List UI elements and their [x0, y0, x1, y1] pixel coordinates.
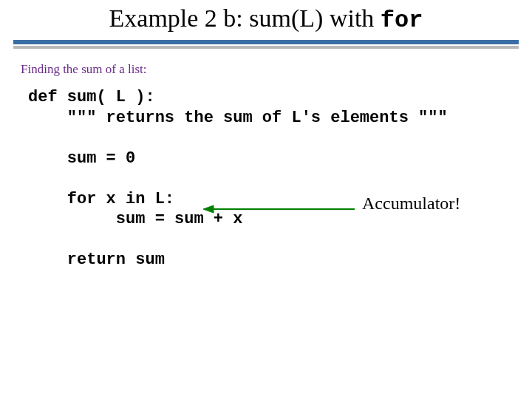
title-underline — [13, 40, 519, 49]
code-block: def sum( L ): """ returns the sum of L's… — [28, 87, 532, 270]
svg-marker-1 — [203, 205, 214, 213]
slide-title-wrap: Example 2 b: sum(L) with for — [0, 0, 532, 34]
title-mono: for — [381, 7, 423, 34]
arrow-icon — [203, 202, 355, 216]
title-underline-bar — [13, 40, 519, 44]
subheading: Finding the sum of a list: — [21, 62, 532, 77]
title-underline-shadow — [13, 46, 519, 49]
annotation-accumulator: Accumulator! — [362, 194, 460, 214]
slide-title: Example 2 b: sum(L) with for — [109, 4, 423, 32]
title-prefix: Example 2 b: sum(L) with — [109, 4, 381, 32]
